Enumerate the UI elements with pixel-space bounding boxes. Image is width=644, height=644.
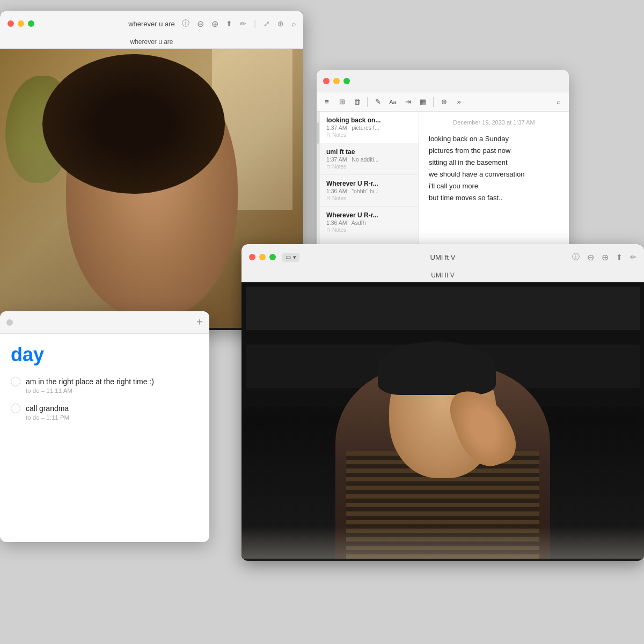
notes-date: December 19, 2023 at 1:37 AM [429,119,559,126]
notes-content: December 19, 2023 at 1:37 AM looking bac… [419,112,569,252]
info-icon[interactable]: ⓘ [182,19,189,28]
share-icon-v2[interactable]: ⬆ [616,253,623,261]
sidebar-toggle[interactable]: ▭ ▾ [282,253,299,262]
notes-item-time-0: 1:37 AM pictures f... [326,125,412,131]
zoom-out-icon[interactable]: ⊖ [197,19,204,29]
notes-scrollbar[interactable] [317,112,320,252]
reminder-circle-1[interactable] [11,404,20,413]
edit-icon-v2[interactable]: ✏ [630,253,636,261]
reminder-text-1: call grandma [26,404,69,413]
chevron-down-icon: ▾ [293,254,296,261]
zoom-in-icon-v2[interactable]: ⊕ [602,252,609,262]
reminder-item-1: call grandma to do – 1:11 PM [11,404,199,421]
toolbar-icons-video2: ⓘ ⊖ ⊕ ⬆ ✏ [572,252,636,262]
text-size-icon[interactable]: Aa [387,96,399,108]
notes-toolbar: ≡ ⊞ 🗑 ✎ Aa ⇥ ▦ ⊕ » ⌕ [317,92,569,112]
reminder-circle-0[interactable] [11,377,20,386]
scrollbar-thumb [317,122,319,144]
table-icon[interactable]: ▦ [417,96,429,108]
annotate-icon[interactable]: ⊕ [277,19,284,28]
notes-item-time-1: 1:37 AM No additi... [326,156,412,163]
traffic-lights-reminders [6,319,13,326]
notes-item-title-2: Wherever U R-r... [326,180,412,187]
video2-close-button[interactable] [249,254,255,260]
grid-view-icon[interactable]: ⊞ [336,96,348,108]
notes-item-2[interactable]: Wherever U R-r... 1:36 AM "ohhh" hi... ⊓… [320,175,419,207]
minimize-button[interactable] [18,20,24,27]
notes-item-folder-3: ⊓ Notes [326,227,412,233]
window-title-video2: UMI ft V [430,253,456,261]
panel1 [246,287,640,330]
subtitle-text: wherever u are [130,38,173,46]
indent-icon[interactable]: ⇥ [402,96,414,108]
traffic-lights-video1 [8,20,34,27]
notes-item-time-2: 1:36 AM "ohhh" hi... [326,188,412,194]
more-icon[interactable]: » [453,96,465,108]
folder-icon-2: ⊓ [326,195,331,201]
notes-titlebar [317,70,569,92]
edit-icon[interactable]: ✏ [240,19,246,28]
search-icon[interactable]: ⌕ [291,19,296,28]
bottom-light [241,526,644,559]
zoom-out-icon-v2[interactable]: ⊖ [587,252,594,262]
subtitle-bar-video1: wherever u are [0,36,303,49]
link-icon[interactable]: ⊕ [438,96,450,108]
reminders-content: day am in the right place at the right t… [0,334,209,440]
notes-item-folder-1: ⊓ Notes [326,164,412,170]
toolbar-icons: ⓘ ⊖ ⊕ ⬆ ✏ | ⤢ ⊕ ⌕ [182,19,296,29]
trash-icon[interactable]: 🗑 [351,96,363,108]
folder-icon: ⊓ [326,132,331,138]
toolbar-separator-1 [367,97,368,107]
add-reminder-button[interactable]: + [196,316,203,328]
notes-item-time-3: 1:36 AM Asdfh [326,219,412,226]
close-button[interactable] [8,20,14,27]
window-reminders: + day am in the right place at the right… [0,311,209,542]
folder-icon-1: ⊓ [326,164,331,170]
info-icon-v2[interactable]: ⓘ [572,252,580,262]
notes-item-title-3: Wherever U R-r... [326,211,412,219]
folder-icon-3: ⊓ [326,227,331,233]
notes-body: looking back on... 1:37 AM pictures f...… [317,112,569,252]
notes-item-title-0: looking back on... [326,116,412,124]
sidebar-icon: ▭ [286,254,291,261]
notes-close-button[interactable] [323,78,330,84]
notes-minimize-button[interactable] [333,78,340,84]
titlebar-video2: ▭ ▾ UMI ft V ⓘ ⊖ ⊕ ⬆ ✏ [241,244,644,270]
reminders-day-title: day [11,343,199,366]
reminder-row-1: call grandma [11,404,199,413]
traffic-lights-video2 [249,254,276,260]
share-icon[interactable]: ⬆ [226,19,232,28]
subtitle-text-v2: UMI ft V [431,272,454,279]
notes-item-0[interactable]: looking back on... 1:37 AM pictures f...… [320,112,419,143]
notes-maximize-button[interactable] [343,78,350,84]
reminder-item-0: am in the right place at the right time … [11,377,199,394]
reminders-close-button[interactable] [6,319,13,326]
notes-item-1[interactable]: umi ft tae 1:37 AM No additi... ⊓ Notes [320,143,419,175]
traffic-lights-notes [323,78,350,84]
titlebar-video1: wherever u are ⓘ ⊖ ⊕ ⬆ ✏ | ⤢ ⊕ ⌕ [0,11,303,36]
reminder-meta-0: to do – 11:11 AM [26,387,199,394]
notes-item-3[interactable]: Wherever U R-r... 1:36 AM Asdfh ⊓ Notes [320,207,419,238]
person1-hair [42,54,225,194]
person2-hair [378,341,496,395]
notes-sidebar: looking back on... 1:37 AM pictures f...… [320,112,419,252]
video2-maximize-button[interactable] [269,254,276,260]
reminder-row-0: am in the right place at the right time … [11,377,199,386]
notes-item-folder-2: ⊓ Notes [326,195,412,201]
reminder-text-0: am in the right place at the right time … [26,377,154,386]
search-notes-icon[interactable]: ⌕ [553,96,565,108]
subtitle-bar-video2: UMI ft V [241,270,644,282]
maximize-button[interactable] [28,20,34,27]
notes-item-title-1: umi ft tae [326,148,412,156]
zoom-in-icon[interactable]: ⊕ [211,19,218,29]
window-notes: ≡ ⊞ 🗑 ✎ Aa ⇥ ▦ ⊕ » ⌕ looking back on... … [317,70,569,252]
separator: | [254,19,256,28]
video2-minimize-button[interactable] [259,254,266,260]
video-content-2 [241,282,644,559]
list-view-icon[interactable]: ≡ [321,96,333,108]
notes-text: looking back on a Sunday pictures from t… [429,133,559,204]
compose-icon[interactable]: ✎ [372,96,384,108]
window-title: wherever u are [128,20,175,28]
notes-item-folder-0: ⊓ Notes [326,132,412,138]
fullscreen-icon[interactable]: ⤢ [264,19,270,28]
